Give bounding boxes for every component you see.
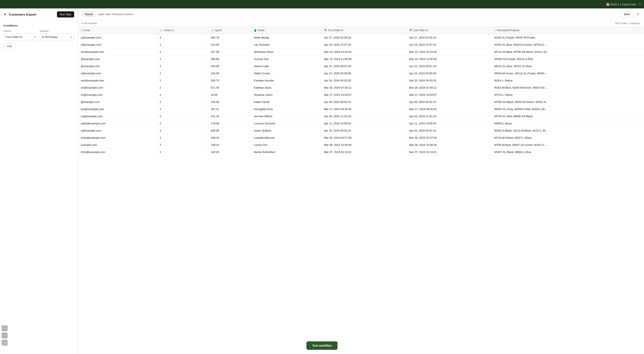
cell-purchasedProducts: WB05-L-Black [492,120,644,127]
cell-spent: 170.90 [208,120,251,127]
cell-name: Akeem Little [251,63,321,70]
list-icon: ≡ [494,29,496,32]
table-header-row: ⇅Email 1.2Orders # 1.2Spent 👤Name 📅First… [78,27,644,34]
help-icon: ? [639,3,641,6]
cell-name: Shyanne Johns [251,91,321,98]
add-condition-button[interactable]: Add [3,43,15,50]
cell-email: sche@example.com [78,134,156,141]
cell-email: vis@example.com [78,84,156,91]
col-header-orders: 1.2Orders # [156,27,208,34]
cell-name: Camden Kessler [251,77,321,84]
cell-purchasedProducts: WS04-M-Green, WS12-XL-Purple, MH04-... [492,70,644,77]
cell-orders: 2 [156,63,208,70]
cell-spent: 235.90 [208,98,251,106]
cell-spent: 227.58 [208,48,251,56]
help-button[interactable]: ? [639,3,641,6]
cell-spent: 200.90 [208,63,251,70]
cell-spent: 334.90 [208,70,251,77]
cell-purchasedProducts: MT10-M-Yellow, MS07-L-Black [492,134,644,141]
cell-orders: 2 [156,127,208,134]
sort-num-icon-2: 1.2 [211,29,214,32]
cell-name: Gunnar Kub [251,56,321,63]
cell-email: @example.com [78,63,156,70]
calendar-icon-last: 📅 [409,29,412,32]
cell-name: Nellie Beatty [251,34,321,41]
run-step-button[interactable]: Run Step [57,11,74,18]
panel-title: ▼ Customers Export [3,13,36,17]
cell-spent: 298.34 [208,134,251,141]
calendar-icon: 📅 [606,3,610,6]
add-node-button[interactable]: + [2,325,8,331]
cell-firstOrderAt: Apr 24, 2024 04:56:06 [321,70,406,77]
table-row: sche@example.com2298.34Leopold NitzscheM… [78,134,644,141]
modal-actions: Save × [620,11,640,18]
table-row: uster@example.com2170.90Leonora Schuster… [78,120,644,127]
test-workflow-button[interactable]: Test workflow [306,341,338,350]
cell-lastOrderAt: Mar 27, 2024 10:03:57 [406,91,491,98]
zoom-out-button[interactable]: − [2,332,8,338]
cell-orders: 2 [156,84,208,91]
cell-spent: 26.95 [208,91,251,98]
cell-email: uster@example.com [78,120,156,127]
cell-email: oss@example.com [78,106,156,113]
data-table-container[interactable]: ⇅Email 1.2Orders # 1.2Spent 👤Name 📅First… [78,27,644,354]
modal-header: Result Input main: Rename columns Save × [78,9,644,20]
cell-orders: 2 [156,48,208,56]
cell-firstOrderAt: Mar 30, 2024 02:57:58 [321,134,406,141]
save-button[interactable]: Save [620,11,634,18]
table-body: y@example.com2383.78Nellie BeattyApr 27,… [78,34,644,156]
cell-firstOrderAt: Apr 09, 2024 06:02:15 [321,98,406,106]
main-modal: Result Input main: Rename columns Save ×… [78,9,644,354]
cell-spent: 140.95 [208,149,251,156]
cell-lastOrderAt: Mar 07, 2024 02:19:21 [406,149,491,156]
cell-name: Georgette Koss [251,106,321,113]
cell-lastOrderAt: Mar 19, 2024 11:00:49 [406,56,491,63]
result-tab[interactable]: Result [82,11,96,17]
cell-orders: 2 [156,106,208,113]
cell-purchasedProducts: MS02-S-Black, WJ11-M-Black, WJ12-L-Bl... [492,127,644,134]
table-row: @example.com2200.90Akeem LittleApr 22, 2… [78,63,644,70]
cell-purchasedProducts: MT10-L-Yellow [492,91,644,98]
node-s-button[interactable]: S [2,340,8,345]
filter-icon: ▼ [3,13,7,17]
col-header-name: 👤Name [251,27,321,34]
cell-spent: 383.78 [208,34,251,41]
cell-spent: 571.54 [208,84,251,91]
cell-firstOrderAt: Mar 17, 2024 09:26:40 [321,106,406,113]
cell-firstOrderAt: Apr 22, 2024 09:57:29 [321,63,406,70]
cell-email: @example.com [78,98,156,106]
cell-orders: 2 [156,141,208,149]
conditions-label: Conditions [3,24,74,27]
cell-orders: 2 [156,149,208,156]
calendar-icon-first: 📅 [324,29,327,32]
book-expert-button[interactable]: 📅 Book 1:1 expert help [606,3,636,6]
cell-firstOrderAt: Apr 11, 2024 13:56:54 [321,120,406,127]
cell-email: s@example.com [78,70,156,77]
cell-purchasedProducts: MJ04-XL-Purple, WH07-M-Purple [492,34,644,41]
cell-spent: 411.42 [208,113,251,120]
cell-firstOrderAt: Mar 07, 2024 02:19:21 [321,149,406,156]
column-select[interactable]: First Order At Email Name Orders # Spent… [3,34,38,40]
cell-purchasedProducts: WT04-XL-Red, MH06-XS-Black [492,113,644,120]
cell-name: Lily Gutmann [251,41,321,48]
column-header-label: Column [3,30,38,32]
operator-select[interactable]: Is Not Empty Is Empty Equals Not Equals … [40,34,74,40]
cell-purchasedProducts: WH07-XL-Gray, WS09-S-Red, WJ02-L-Bl... [492,106,644,113]
cell-purchasedProducts: MT04-XL-Blue, WS03-S-Green, WT04-S-... [492,41,644,48]
cell-lastOrderAt: Mar 28, 2024 07:59:11 [406,84,491,91]
cell-spent: 630.86 [208,127,251,134]
cell-orders: 2 [156,91,208,98]
cell-lastOrderAt: Apr 11, 2024 13:56:54 [406,120,491,127]
table-row: @example.com2469.86Gunnar KubMar 19, 202… [78,56,644,63]
cell-email: rford@example.com [78,149,156,156]
source-label: Input main: Rename columns [98,13,134,16]
cell-purchasedProducts: MH13-XL-Blue, WT01-XL-Blue [492,63,644,70]
col-header-last-order: 📅Last Order At [406,27,491,34]
cell-firstOrderAt: Mar 09, 2024 10:08:49 [321,141,406,149]
cell-email: n@example.com [78,41,156,48]
rows-count: 4273 rows, 7 columns [615,22,640,25]
cell-spent: 313.94 [208,41,251,48]
cell-orders: 2 [156,113,208,120]
close-button[interactable]: × [636,11,640,18]
cell-email: sler@example.com [78,77,156,84]
